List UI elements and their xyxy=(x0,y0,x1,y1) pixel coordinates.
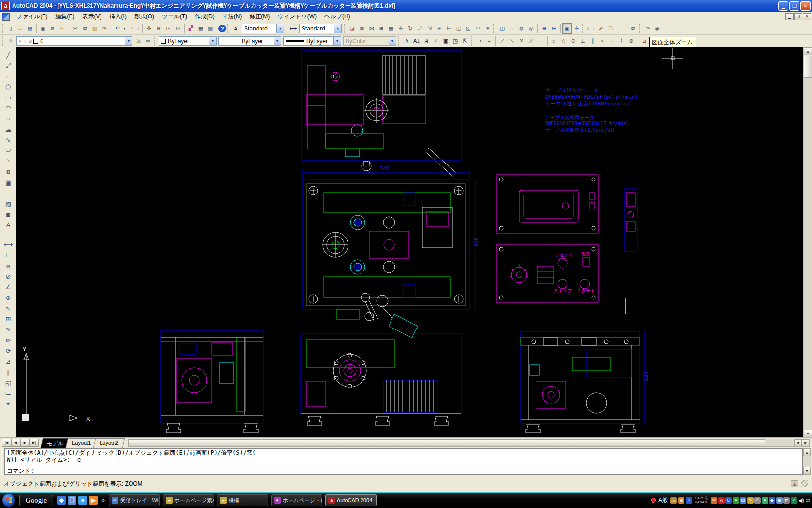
google-toolbar-button[interactable]: Google xyxy=(19,495,53,506)
dim-aligned-icon[interactable]: ⬈ xyxy=(596,23,606,34)
caps-kana-indicator[interactable]: CAPS ⎗ KANA ▾ xyxy=(695,496,708,504)
chevron-down-icon[interactable]: ▼ xyxy=(389,37,396,45)
erase-icon[interactable]: ◪ xyxy=(348,23,357,34)
zoom-dynamic-icon[interactable]: ◌ xyxy=(507,23,517,34)
show-desktop-icon[interactable]: ❐ xyxy=(68,496,76,505)
layer-lock-icon[interactable]: ⊘ xyxy=(29,39,32,44)
text-ai-icon[interactable]: A⌶ xyxy=(412,36,421,46)
undo-icon[interactable]: ↶ xyxy=(113,23,122,34)
snap-tangent-icon[interactable]: ⊙ xyxy=(568,36,578,46)
center-mark-icon[interactable]: ⊕ xyxy=(2,292,14,303)
taskbar-button-4[interactable]: aAutoCAD 2004 - [... xyxy=(325,494,377,506)
drawing-canvas[interactable]: .b{stroke:#0000ee;fill:none;stroke-width… xyxy=(16,47,803,437)
network-icon[interactable]: ⇄ xyxy=(806,497,810,504)
redo-icon[interactable]: ↷ xyxy=(127,23,136,34)
dim-linear-icon[interactable]: ⟺ xyxy=(586,23,596,34)
break-icon[interactable]: ◫ xyxy=(454,23,464,34)
tab-next-button[interactable]: ▶ xyxy=(20,439,29,447)
script-icon[interactable]: ≡ xyxy=(619,23,628,34)
plot_style-combo[interactable]: ByColor▼ xyxy=(343,36,396,46)
command-input[interactable]: コマンド: xyxy=(5,466,802,474)
snap-from-icon[interactable]: ⌐ xyxy=(484,36,494,46)
chamfer-icon[interactable]: ◺ xyxy=(464,23,473,34)
child-minimize-button[interactable]: ▁ xyxy=(785,13,794,20)
tray-ati-icon[interactable]: A xyxy=(718,497,725,504)
taskbar-button-2[interactable]: ▰機構 xyxy=(217,494,268,506)
flyout-arrow-icon[interactable]: ▾ xyxy=(136,23,141,34)
new-icon[interactable]: ▯ xyxy=(6,23,15,34)
snap-apparent-icon[interactable]: ⤫ xyxy=(526,36,536,46)
ie-icon[interactable]: e xyxy=(78,496,87,505)
snap-insert-icon[interactable]: ▫ xyxy=(607,36,617,46)
dim-style-icon[interactable]: ⟷ xyxy=(289,23,298,34)
layer-on-icon[interactable]: ● xyxy=(19,39,21,44)
area-icon[interactable]: ◱ xyxy=(2,377,14,388)
list-icon[interactable]: ≔ xyxy=(2,388,14,399)
tray-ccs-icon[interactable]: C xyxy=(725,497,732,504)
communication-center-icon[interactable]: ◬ xyxy=(791,480,798,487)
zoom-center-icon[interactable]: ◎ xyxy=(526,23,536,34)
publish-icon[interactable]: ⎘ xyxy=(58,23,67,34)
color-combo[interactable]: ByLayer▼ xyxy=(159,36,217,46)
dim_style-combo[interactable]: Standard▼ xyxy=(299,24,342,33)
snap-center-icon[interactable]: ○ xyxy=(549,36,559,46)
vertical-scrollbar[interactable]: ▲ ▼ xyxy=(803,47,812,437)
tab-last-button[interactable]: ▶| xyxy=(29,439,39,447)
taskbar-button-3[interactable]: ●ホームページ・ビ... xyxy=(271,494,322,506)
dim-edit-icon[interactable]: ✎ xyxy=(2,324,14,335)
cut-icon[interactable]: ✂ xyxy=(71,23,80,34)
zoom-realtime-icon[interactable]: ⊕ xyxy=(154,23,163,34)
menu-item-2[interactable]: 表示(V) xyxy=(78,11,105,22)
trim-icon[interactable]: ⌿ xyxy=(435,23,444,34)
chevron-down-icon[interactable]: ▼ xyxy=(276,24,284,33)
text-a-icon[interactable]: A xyxy=(402,36,412,46)
toolbar-grip[interactable] xyxy=(2,24,4,33)
help-icon[interactable]: ? xyxy=(218,25,226,32)
brush-icon[interactable]: ✑ xyxy=(643,23,652,34)
point-icon[interactable]: · xyxy=(2,188,14,198)
ime-help-icon[interactable]: ? xyxy=(686,497,692,504)
command-scroll-up[interactable]: ▲ xyxy=(803,448,811,456)
snap-extension-icon[interactable]: ⋯ xyxy=(536,36,546,46)
dim-diameter-icon[interactable]: ⊘ xyxy=(2,271,14,282)
designcenter-icon[interactable]: ▦ xyxy=(196,23,205,34)
ucs-icon[interactable]: ⊿ xyxy=(639,36,649,46)
command-scroll-down[interactable]: ▼ xyxy=(803,467,811,475)
array-icon[interactable]: ▦ xyxy=(386,23,396,34)
snap-quadrant-icon[interactable]: ◇ xyxy=(559,36,568,46)
chevron-down-icon[interactable]: ▼ xyxy=(334,37,341,45)
toolbar-grip[interactable] xyxy=(582,24,585,33)
id-point-icon[interactable]: ⌖ xyxy=(2,399,14,409)
rotate-icon[interactable]: ↻ xyxy=(406,23,415,34)
move-icon[interactable]: ✛ xyxy=(396,23,406,34)
spell-check-icon[interactable]: ✓ xyxy=(431,36,441,46)
layer-translate-icon[interactable]: ≣ xyxy=(662,23,672,34)
toolbar-grip[interactable] xyxy=(344,24,346,33)
dim-radius-icon[interactable]: ⌀ xyxy=(2,260,14,271)
zoom-extents-icon[interactable]: ✛ xyxy=(572,23,581,34)
layer-previous-icon[interactable]: ⇦ xyxy=(143,36,153,46)
tray-printer-icon[interactable]: ⎙ xyxy=(754,497,761,504)
arc-icon[interactable]: ◠ xyxy=(2,103,14,113)
tray-search-icon[interactable]: ◉ xyxy=(776,497,783,504)
tray-green-icon[interactable]: ● xyxy=(733,497,739,504)
menu-item-5[interactable]: ツール(T) xyxy=(158,11,191,22)
snap-none-icon[interactable]: ⊘ xyxy=(626,36,636,46)
tray-pin-icon[interactable] xyxy=(651,498,656,503)
region-icon[interactable]: ◙ xyxy=(2,209,14,220)
snap-parallel-icon[interactable]: ∥ xyxy=(588,36,597,46)
toolbar-grip[interactable] xyxy=(398,36,401,46)
command-scrollbar[interactable]: ▲ ▼ xyxy=(803,448,811,475)
extend-icon[interactable]: ⊢ xyxy=(444,23,454,34)
dim-style2-icon[interactable]: ⊿ xyxy=(2,356,14,367)
layer-freeze-icon[interactable]: ☼ xyxy=(23,39,27,44)
quick-launch-chevron[interactable]: » xyxy=(102,497,105,504)
layers-icon[interactable]: ≋ xyxy=(6,36,15,46)
qleader-icon[interactable]: ↖ xyxy=(2,303,14,314)
tray-check-icon[interactable]: ✓ xyxy=(791,497,797,504)
scale-icon[interactable]: ⤢ xyxy=(415,23,425,34)
snap-perpendicular-icon[interactable]: ⊥ xyxy=(578,36,588,46)
find-icon[interactable]: ◉ xyxy=(652,23,662,34)
menu-item-7[interactable]: 寸法(N) xyxy=(218,11,246,22)
snap-nearest-icon[interactable]: ⌇ xyxy=(617,36,626,46)
